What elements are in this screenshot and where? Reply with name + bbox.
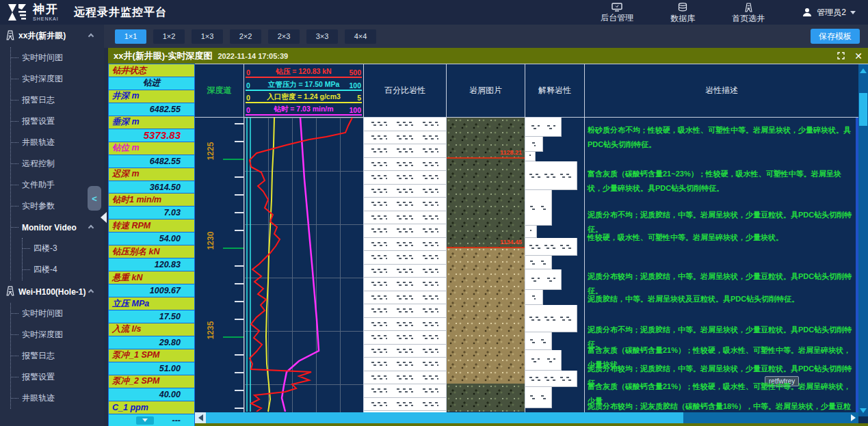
lithology-symbol	[529, 244, 542, 250]
lithology-symbol	[529, 173, 542, 178]
cuttings-photo-tan	[447, 247, 525, 384]
lithology-symbol	[423, 321, 439, 327]
sidebar-item-实时时间图[interactable]: 实时时间图	[11, 47, 104, 68]
horizontal-scroll-thumb[interactable]	[206, 412, 683, 423]
sidebar-item-报警设置[interactable]: 报警设置	[11, 111, 104, 132]
lithology-symbol	[397, 254, 413, 260]
expand-icon[interactable]	[837, 52, 845, 59]
lithology-symbol	[397, 281, 413, 287]
lithology-symbol	[397, 334, 413, 340]
nav-backend-admin[interactable]: 后台管理	[601, 3, 633, 22]
layout-button-2×3[interactable]: 2×3	[268, 29, 300, 44]
layout-button-1×3[interactable]: 1×3	[192, 29, 223, 44]
lithology-symbol	[397, 201, 413, 207]
chevron-up-icon[interactable]	[88, 289, 94, 294]
lithology-symbol	[371, 161, 388, 167]
column-header-lithology-description: 岩性描述	[585, 64, 858, 117]
lithology-symbol	[423, 295, 439, 300]
lithology-symbol	[371, 321, 388, 327]
save-template-button[interactable]: 保存模板	[811, 29, 860, 44]
lithology-symbol	[531, 358, 540, 363]
sidebar-item-井眼轨迹[interactable]: 井眼轨迹	[11, 388, 104, 409]
major-depth-tick	[223, 159, 244, 160]
layout-button-3×3[interactable]: 3×3	[306, 29, 338, 44]
sidebar-item-实时时间图[interactable]: 实时时间图	[11, 303, 104, 324]
lithology-symbol	[423, 201, 439, 207]
param-dropdown-button[interactable]	[136, 416, 154, 425]
layout-button-1×1[interactable]: 1×1	[115, 29, 146, 44]
lithology-row	[364, 291, 446, 305]
legend-row-钻时: 0钻时 = 7.03 min/m100	[246, 103, 362, 116]
lithology-description-10: 泥质分布较均；泥灰质胶结（碳酸钙含量18%），中等。岩屑呈块状，少量豆粒状。具P…	[588, 399, 853, 412]
nav-database[interactable]: 数据库	[670, 3, 695, 23]
sidebar-item-报警日志[interactable]: 报警日志	[11, 345, 104, 367]
close-icon[interactable]: ✕	[854, 51, 863, 61]
top-header: 神开 SHENKAI 远程录井监控平台 后台管理 数据库 首页选井 管理员2	[0, 0, 868, 25]
minor-depth-tick	[235, 176, 244, 178]
sidebar-item-井眼轨迹[interactable]: 井眼轨迹	[11, 132, 104, 153]
parameter-panel-collapse-tab[interactable]: <	[88, 186, 101, 211]
param-label-10: 入流 l/s	[109, 323, 194, 336]
lithology-symbol	[371, 388, 388, 393]
photo-depth-line	[447, 247, 525, 248]
layout-button-2×2[interactable]: 2×2	[230, 29, 261, 44]
chevron-up-icon[interactable]	[88, 33, 94, 38]
param-label-2: 垂深 m	[109, 116, 194, 129]
param-label-3: 钻位 m	[109, 142, 194, 155]
sidebar-item-报警日志[interactable]: 报警日志	[11, 90, 104, 111]
lithology-symbol	[529, 376, 542, 382]
sidebar-well-1[interactable]: Wei-H100(Hole-1)	[0, 280, 104, 303]
chevron-up-icon[interactable]	[88, 224, 94, 230]
well-tree-sidebar: xx井(新井眼)实时时间图实时深度图报警日志报警设置井眼轨迹远程控制文件助手实时…	[0, 25, 104, 426]
scroll-up-arrow-icon[interactable]	[858, 66, 868, 75]
layout-button-1×2[interactable]: 1×2	[153, 29, 185, 44]
sidebar-item-报警设置[interactable]: 报警设置	[11, 367, 104, 388]
major-depth-tick	[223, 248, 244, 249]
param-value-text: 7.03	[164, 208, 181, 217]
lithology-row	[364, 185, 446, 198]
param-value-1: 6482.55	[109, 103, 194, 116]
sidebar-item-四楼-3[interactable]: 四楼-3	[23, 238, 104, 259]
lithology-row	[364, 118, 446, 131]
lithology-symbol	[371, 334, 388, 340]
sidebar-well-0[interactable]: xx井(新井眼)	[0, 25, 104, 47]
lithology-symbol	[560, 173, 573, 178]
legend-text: 立管压力 = 17.50 MPa	[246, 80, 362, 90]
lithology-symbol	[371, 215, 388, 220]
sidebar-item-四楼-4[interactable]: 四楼-4	[23, 259, 104, 280]
scroll-left-arrow-icon[interactable]	[195, 412, 206, 423]
scroll-right-arrow-icon[interactable]	[848, 412, 858, 423]
sidebar-item-monitor-video[interactable]: Monitor Video	[11, 217, 104, 238]
minor-depth-tick	[235, 372, 244, 373]
vertical-scrollbar[interactable]	[858, 64, 868, 416]
scroll-down-arrow-icon[interactable]	[858, 405, 868, 415]
sidebar-collapse-arrow-icon[interactable]	[101, 212, 107, 223]
column-header-percent-lithology: 百分比岩性	[364, 64, 447, 117]
layout-button-4×4[interactable]: 4×4	[345, 29, 376, 44]
user-menu[interactable]: 管理员2	[802, 7, 856, 18]
vertical-scroll-thumb[interactable]	[859, 93, 867, 126]
param-value-text: ---	[172, 416, 181, 425]
lithology-symbol	[530, 205, 536, 211]
minor-depth-tick	[235, 230, 244, 231]
legend-text: 钻压 = 120.83 kN	[246, 67, 362, 77]
photo-depth-label: 1134.45	[500, 239, 522, 245]
nav-home-well-select[interactable]: 首页选井	[732, 3, 765, 23]
lithology-symbol	[371, 308, 388, 313]
depth-label-1225: 1225	[207, 142, 216, 161]
photo-depth-label: 1128.21	[500, 149, 522, 156]
layout-buttons-group: 1×11×21×32×22×33×34×4	[115, 29, 383, 44]
lithology-symbol	[423, 228, 439, 233]
lithology-row	[364, 131, 446, 145]
lithology-symbol	[541, 338, 547, 344]
sidebar-item-远程控制[interactable]: 远程控制	[11, 153, 104, 174]
sidebar-item-实时深度图[interactable]: 实时深度图	[11, 68, 104, 90]
param-value-0: 钻进	[109, 77, 194, 90]
horizontal-scrollbar[interactable]	[195, 412, 858, 423]
param-value-text: 6482.55	[150, 105, 181, 114]
minor-depth-tick	[235, 194, 244, 196]
shenkai-logo-icon	[7, 3, 27, 22]
param-value-text: 钻进	[143, 77, 160, 89]
sidebar-item-实时深度图[interactable]: 实时深度图	[11, 324, 104, 345]
lithology-symbol	[397, 161, 413, 167]
